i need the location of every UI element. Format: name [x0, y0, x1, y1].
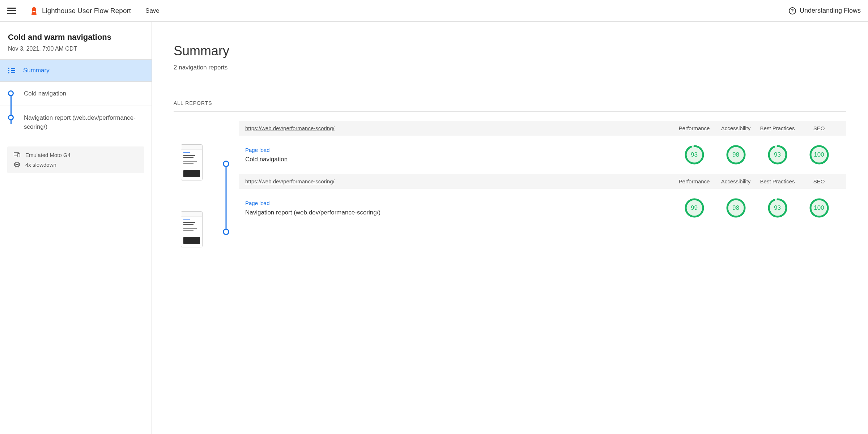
- svg-rect-0: [33, 11, 35, 12]
- col-head-performance: Performance: [673, 125, 715, 131]
- meta-device: Emulated Moto G4: [25, 152, 71, 158]
- app-title: Lighthouse User Flow Report: [42, 7, 131, 15]
- sidebar-step-label: Cold navigation: [24, 89, 66, 98]
- page-subtitle: 2 navigation reports: [174, 64, 846, 71]
- step-circle-icon: [8, 90, 14, 96]
- col-head-seo: SEO: [798, 178, 840, 184]
- score-gauge-accessibility[interactable]: 98: [726, 198, 746, 218]
- report-header: https://web.dev/performance-scoring/ Per…: [239, 174, 846, 189]
- report-block: https://web.dev/performance-scoring/ Per…: [239, 174, 846, 227]
- report-thumbnail[interactable]: [181, 144, 203, 180]
- sidebar-item-step[interactable]: Cold navigation: [0, 82, 152, 106]
- report-name-link[interactable]: Navigation report (web.dev/performance-s…: [245, 209, 673, 216]
- topbar: Lighthouse User Flow Report Save ? Under…: [0, 0, 868, 22]
- divider: [174, 111, 846, 112]
- all-reports-heading: ALL REPORTS: [174, 100, 846, 106]
- report-thumbnail[interactable]: [181, 211, 203, 247]
- svg-rect-2: [18, 154, 20, 157]
- timeline-circle-icon: [223, 161, 229, 167]
- report-type-label: Page load: [245, 200, 673, 206]
- step-circle-icon: [8, 115, 14, 120]
- report-block: https://web.dev/performance-scoring/ Per…: [239, 121, 846, 174]
- list-icon: [8, 68, 15, 73]
- report-url-link[interactable]: https://web.dev/performance-scoring/: [245, 125, 673, 131]
- col-head-accessibility: Accessibility: [715, 178, 757, 184]
- sidebar: Cold and warm navigations Nov 3, 2021, 7…: [0, 22, 152, 434]
- meta-cpu: 4x slowdown: [25, 162, 56, 168]
- devices-icon: [14, 152, 20, 157]
- page-title: Summary: [174, 43, 846, 59]
- score-gauge-performance[interactable]: 93: [684, 145, 705, 165]
- score-gauge-best-practices[interactable]: 93: [767, 145, 788, 165]
- sidebar-step-label: Navigation report (web.dev/performance-s…: [24, 113, 144, 132]
- flow-title: Cold and warm navigations: [8, 33, 144, 42]
- col-head-performance: Performance: [673, 178, 715, 184]
- main-content: Summary 2 navigation reports ALL REPORTS: [152, 22, 868, 434]
- score-gauge-seo[interactable]: 100: [809, 198, 829, 218]
- col-head-best-practices: Best Practices: [757, 125, 798, 131]
- sidebar-item-summary[interactable]: Summary: [0, 60, 152, 82]
- score-gauge-accessibility[interactable]: 98: [726, 145, 746, 165]
- col-head-seo: SEO: [798, 125, 840, 131]
- col-head-accessibility: Accessibility: [715, 125, 757, 131]
- score-gauge-performance[interactable]: 99: [684, 198, 705, 218]
- help-icon: ?: [789, 7, 796, 14]
- score-gauge-seo[interactable]: 100: [809, 145, 829, 165]
- report-type-label: Page load: [245, 147, 673, 153]
- lighthouse-icon: [30, 7, 38, 15]
- help-link[interactable]: ? Understanding Flows: [789, 7, 861, 14]
- sidebar-item-step[interactable]: Navigation report (web.dev/performance-s…: [0, 106, 152, 139]
- svg-rect-4: [16, 164, 18, 165]
- col-head-best-practices: Best Practices: [757, 178, 798, 184]
- menu-icon[interactable]: [7, 8, 16, 14]
- help-label: Understanding Flows: [800, 7, 861, 14]
- flow-date: Nov 3, 2021, 7:00 AM CDT: [8, 46, 144, 52]
- sidebar-summary-label: Summary: [23, 67, 50, 74]
- report-url-link[interactable]: https://web.dev/performance-scoring/: [245, 178, 673, 184]
- score-gauge-best-practices[interactable]: 93: [767, 198, 788, 218]
- timeline-circle-icon: [223, 229, 229, 235]
- report-header: https://web.dev/performance-scoring/ Per…: [239, 121, 846, 136]
- report-name-link[interactable]: Cold navigation: [245, 156, 673, 163]
- sidebar-meta: Emulated Moto G4 4x slowdown: [7, 146, 144, 173]
- save-button[interactable]: Save: [145, 7, 159, 14]
- cpu-icon: [14, 162, 20, 167]
